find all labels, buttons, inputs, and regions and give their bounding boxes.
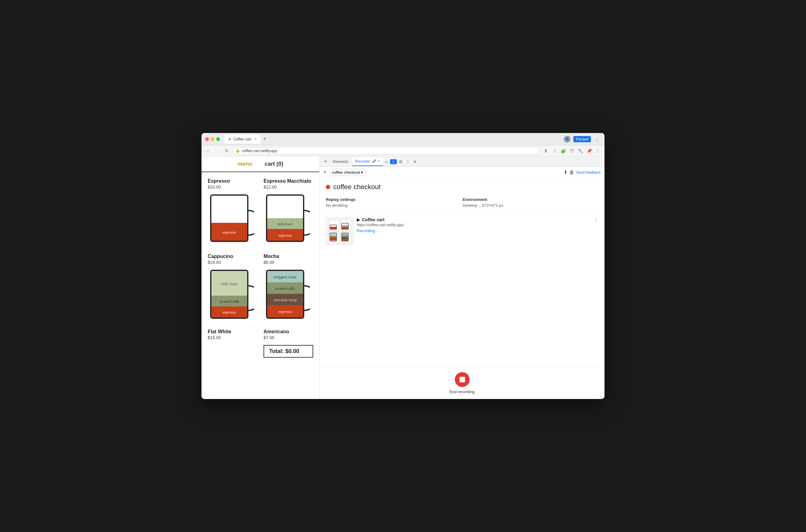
coffee-item-espresso[interactable]: Espresso $10.00 — [208, 178, 257, 247]
svg-rect-39 — [330, 236, 337, 237]
svg-text:steamed milk: steamed milk — [275, 286, 295, 291]
svg-rect-46 — [342, 239, 348, 241]
reload-button[interactable]: ↻ — [223, 147, 231, 155]
back-button[interactable]: ← — [205, 147, 212, 155]
total-badge: Total: $0.00 — [264, 345, 313, 358]
profile-icon[interactable]: 👤 — [563, 135, 571, 143]
menu-link[interactable]: menu — [237, 161, 252, 167]
coffee-name: Espresso Macchiato — [264, 178, 311, 184]
pin-icon[interactable]: 📌 — [586, 147, 593, 155]
tab-overflow-button[interactable]: » — [384, 159, 389, 164]
coffee-app: menu cart (0) Espresso $10.00 — [202, 156, 320, 399]
step-chevron-icon: ▶ — [357, 217, 360, 222]
recorder-tab-close[interactable]: ✕ — [378, 159, 380, 163]
coffee-price: $8.00 — [264, 260, 274, 265]
toolbar-actions: ⬆ ☆ 🧩 ⏱ 🔧 📌 ⋮ — [542, 147, 601, 155]
svg-rect-44 — [342, 235, 348, 237]
end-recording-button[interactable] — [455, 372, 469, 387]
total-text: Total: $0.00 — [269, 348, 299, 354]
coffee-cup-macchiato: milk foam espresso — [264, 192, 310, 247]
devtools-more-button[interactable]: ⋮ — [405, 159, 411, 164]
recording-header: coffee checkout — [320, 178, 604, 193]
tab-recorder[interactable]: Recorder 🎤 ✕ — [352, 157, 383, 166]
coffee-name: Espresso — [208, 178, 230, 184]
chevron-down-icon: ▾ — [361, 170, 363, 175]
bookmark-icon[interactable]: ☆ — [551, 147, 558, 155]
recorder-dropdown[interactable]: coffee checkout ▾ — [329, 169, 366, 176]
tab-title: Coffee cart — [233, 137, 251, 141]
coffee-item-mocha[interactable]: Mocha $8.00 whipped cream — [264, 254, 313, 323]
tab-elements[interactable]: Elements — [330, 157, 351, 166]
recorder-dropdown-label: coffee checkout — [332, 170, 360, 175]
history-icon[interactable]: ⏱ — [568, 147, 575, 155]
recording-title: coffee checkout — [333, 183, 381, 191]
coffee-grid: Espresso $10.00 — [202, 172, 319, 364]
tab-bar: ▼ Coffee cart ✕ + — [224, 135, 561, 144]
svg-rect-38 — [330, 233, 337, 236]
stop-icon — [459, 377, 465, 382]
maximize-traffic-light[interactable] — [216, 137, 220, 141]
coffee-price: $12.00 — [264, 185, 277, 189]
end-recording-label: End recording — [449, 390, 475, 394]
no-throttling-value: No throttling — [326, 203, 462, 208]
step-info: ▶ Coffee cart https://coffee-cart.netlif… — [357, 217, 590, 233]
coffee-price: $18.00 — [208, 335, 221, 340]
tab-favicon: ▼ — [228, 137, 231, 141]
step-more-button[interactable]: ⋮ — [593, 217, 598, 223]
coffee-item-macchiato[interactable]: Espresso Macchiato $12.00 milk foam — [264, 178, 313, 247]
tab-close-btn[interactable]: ✕ — [254, 137, 257, 141]
devtools-close-button[interactable]: ✕ — [412, 159, 418, 164]
step-screenshot — [326, 217, 353, 245]
devtools-footer: End recording — [320, 367, 604, 399]
coffee-item-flatwhite[interactable]: Flat White $18.00 — [208, 329, 257, 358]
recording-dot — [326, 185, 330, 189]
svg-rect-34 — [342, 225, 348, 227]
svg-rect-43 — [342, 233, 348, 235]
recorder-add-button[interactable]: + — [323, 169, 327, 176]
svg-text:chocolate syrup: chocolate syrup — [273, 298, 297, 302]
svg-rect-40 — [330, 237, 337, 241]
browser-titlebar: ▼ Coffee cart ✕ + 👤 Paused ⋮ — [202, 133, 604, 145]
devtools-add-button[interactable]: + — [322, 158, 329, 165]
close-traffic-light[interactable] — [205, 137, 209, 141]
traffic-lights — [205, 137, 220, 141]
browser-content: menu cart (0) Espresso $10.00 — [202, 156, 604, 399]
send-feedback-link[interactable]: Send feedback — [576, 170, 601, 175]
browser-window: ▼ Coffee cart ✕ + 👤 Paused ⋮ ← → ↻ 🔒 cof… — [202, 133, 604, 399]
svg-text:espresso: espresso — [279, 309, 292, 314]
minimize-traffic-light[interactable] — [211, 137, 214, 141]
new-tab-button[interactable]: + — [262, 136, 268, 142]
devtools-tabs: + Elements Recorder 🎤 ✕ » 1 ⚙ ⋮ ✕ — [320, 156, 604, 167]
url-text: coffee-cart.netlify.app — [242, 149, 277, 153]
browser-toolbar: ← → ↻ 🔒 coffee-cart.netlify.app ⬆ ☆ 🧩 ⏱ … — [202, 145, 604, 156]
replay-settings-label: Replay settings — [326, 197, 462, 202]
devtools-chat-button[interactable]: 1 — [390, 159, 397, 164]
recorder-export-button[interactable]: ⬆ — [563, 169, 568, 175]
extensions2-icon[interactable]: 🔧 — [577, 147, 584, 155]
coffee-item-cappucino[interactable]: Cappucino $19.00 milk foam — [208, 254, 257, 323]
replay-settings-section: Replay settings Environment No throttlin… — [320, 193, 604, 212]
svg-text:espresso: espresso — [223, 230, 236, 234]
forward-button[interactable]: → — [214, 147, 221, 155]
chrome-menu-icon[interactable]: ⋮ — [593, 135, 601, 143]
extensions-icon[interactable]: 🧩 — [559, 147, 567, 155]
paused-label: Paused — [576, 137, 589, 141]
browser-tab[interactable]: ▼ Coffee cart ✕ — [224, 135, 261, 144]
devtools-settings-button[interactable]: ⚙ — [398, 159, 404, 164]
coffee-name: Americano — [264, 329, 289, 335]
coffee-name: Flat White — [208, 329, 231, 335]
svg-rect-45 — [342, 237, 348, 239]
step-title[interactable]: ▶ Coffee cart — [357, 217, 590, 222]
cart-link[interactable]: cart (0) — [265, 161, 283, 167]
coffee-item-americano[interactable]: Americano $7.00 — [264, 329, 313, 343]
svg-text:milk foam: milk foam — [221, 281, 237, 286]
paused-button[interactable]: Paused — [573, 136, 591, 142]
share-icon[interactable]: ⬆ — [542, 147, 550, 155]
svg-text:espresso: espresso — [223, 310, 236, 315]
recorder-delete-button[interactable]: 🗑 — [569, 170, 574, 175]
svg-text:espresso: espresso — [279, 233, 292, 238]
address-bar[interactable]: 🔒 coffee-cart.netlify.app — [232, 147, 540, 155]
app-nav: menu cart (0) — [202, 156, 319, 172]
more-tools-icon[interactable]: ⋮ — [594, 147, 601, 155]
svg-text:whipped cream: whipped cream — [274, 275, 296, 279]
